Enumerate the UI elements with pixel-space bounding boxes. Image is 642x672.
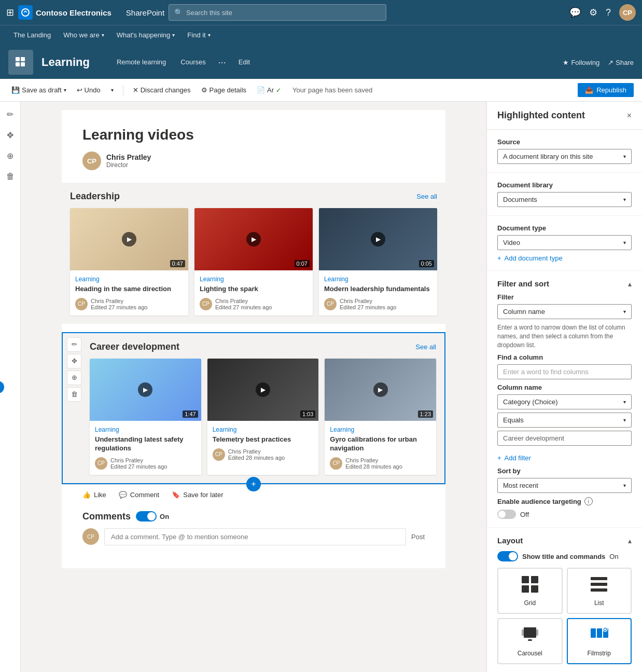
card-title[interactable]: Lighting the spark: [200, 285, 308, 294]
filter-sort-toggle[interactable]: Filter and sort ▴: [497, 279, 632, 288]
page-nav-remote-learning[interactable]: Remote learning: [110, 46, 172, 79]
save-later-button[interactable]: 🔖 Save for later: [172, 491, 223, 499]
comment-button[interactable]: 💬 Comment: [119, 491, 159, 499]
copy-section-icon[interactable]: ⊕: [67, 371, 81, 385]
source-dropdown[interactable]: A document library on this site ▾: [497, 149, 632, 164]
sidebar-copy-icon[interactable]: ⊕: [2, 147, 19, 164]
info-icon[interactable]: i: [584, 497, 593, 505]
undo-button[interactable]: ↩ Undo: [74, 82, 104, 99]
card-title[interactable]: Modern leadership fundamentals: [324, 285, 432, 294]
svg-rect-9: [591, 577, 607, 580]
share-button[interactable]: ↗ Share: [608, 59, 634, 66]
page-nav-edit[interactable]: Edit: [232, 46, 256, 79]
republish-icon: 📤: [585, 86, 593, 94]
page-nav-courses[interactable]: Courses: [174, 46, 212, 79]
panel-title: Highlighted content: [497, 110, 585, 121]
layout-option-list[interactable]: List: [567, 568, 632, 614]
subnav-whats-happening[interactable]: What's happening ▾: [111, 25, 180, 46]
layout-option-grid[interactable]: Grid: [497, 568, 563, 614]
play-button[interactable]: ▶: [122, 232, 136, 246]
card-author: Chris Pratley: [340, 298, 396, 304]
ar-button[interactable]: 📄 Ar ✓: [254, 82, 284, 99]
see-all-link[interactable]: See all: [415, 343, 436, 351]
play-button[interactable]: ▶: [373, 382, 388, 397]
play-button[interactable]: ▶: [246, 232, 261, 246]
sidebar-delete-icon[interactable]: 🗑: [2, 168, 19, 185]
like-button[interactable]: 👍 Like: [82, 491, 106, 499]
toggle-track[interactable]: [136, 511, 157, 522]
add-section-button[interactable]: +: [246, 477, 261, 491]
sidebar-move-icon[interactable]: ✥: [2, 127, 19, 143]
grid-layout-icon: [521, 575, 539, 597]
filter-value-input[interactable]: [497, 431, 632, 446]
document-type-dropdown[interactable]: Video ▾: [497, 235, 632, 250]
cards-row: ▶ 1:47 Learning Understanding latest saf…: [90, 359, 436, 475]
add-document-type-button[interactable]: + Add document type: [497, 254, 632, 262]
play-button[interactable]: ▶: [371, 232, 385, 246]
following-button[interactable]: ★ Following: [563, 59, 599, 66]
section-title: Leadership: [70, 191, 120, 202]
card-title[interactable]: Telemetry best practices: [213, 435, 314, 444]
section-title: Career development: [90, 341, 179, 352]
chevron-down-icon: ▾: [172, 32, 175, 38]
post-button[interactable]: Post: [411, 533, 425, 541]
close-button[interactable]: ×: [627, 111, 632, 120]
comment-input-area: CP Post: [82, 528, 425, 545]
document-library-dropdown[interactable]: Documents ▾: [497, 192, 632, 207]
find-column-input[interactable]: [497, 364, 632, 379]
card-meta-info: Chris Pratley Edited 27 minutes ago: [110, 457, 167, 470]
filter-dropdown[interactable]: Column name ▾: [497, 304, 632, 319]
filter-sort-title: Filter and sort: [497, 279, 549, 288]
chevron-up-icon: ▴: [628, 537, 632, 545]
republish-button[interactable]: 📤 Republish: [578, 83, 634, 97]
subnav-landing[interactable]: The Landing: [8, 25, 56, 46]
column-name-dropdown[interactable]: Category (Choice) ▾: [497, 394, 632, 409]
card-title[interactable]: Heading in the same direction: [75, 285, 183, 294]
help-icon[interactable]: ?: [606, 7, 611, 18]
page-nav-more[interactable]: ···: [214, 46, 230, 79]
panel-header: Highlighted content ×: [487, 102, 642, 130]
layout-option-filmstrip[interactable]: Filmstrip: [567, 618, 632, 664]
svg-rect-10: [591, 583, 607, 586]
chevron-down-icon: ▾: [623, 154, 626, 159]
card-thumbnail: ▶ 0:07: [194, 208, 313, 270]
comments-toggle[interactable]: On: [136, 511, 169, 522]
article-title: Learning videos: [82, 127, 425, 143]
sidebar-edit-icon[interactable]: ✏: [2, 106, 19, 122]
delete-section-icon[interactable]: 🗑: [67, 387, 81, 402]
search-box[interactable]: 🔍: [169, 4, 386, 21]
show-title-toggle[interactable]: [497, 551, 518, 561]
save-draft-button[interactable]: 💾 Save as draft ▾: [8, 82, 69, 99]
layout-toggle[interactable]: Layout ▴: [497, 536, 632, 545]
discard-button[interactable]: ✕ Discard changes: [130, 82, 194, 99]
page-details-button[interactable]: ⚙ Page details: [198, 82, 250, 99]
subnav-find-it[interactable]: Find it ▾: [182, 25, 215, 46]
audience-toggle[interactable]: [497, 510, 516, 519]
see-all-link[interactable]: See all: [416, 193, 437, 200]
settings-icon[interactable]: ⚙: [589, 7, 597, 18]
waffle-icon[interactable]: ⊞: [6, 7, 14, 18]
edit-section-icon[interactable]: ✏: [67, 337, 81, 352]
sub-nav: The Landing Who we are ▾ What's happenin…: [0, 25, 642, 46]
subnav-who-we-are[interactable]: Who we are ▾: [58, 25, 109, 46]
author-details: Chris Pratley Director: [106, 153, 151, 169]
save-icon: 💾: [11, 86, 20, 94]
play-button[interactable]: ▶: [138, 382, 152, 397]
left-add-section-button[interactable]: +: [0, 381, 4, 393]
card-meta-info: Chris Pratley Edited 28 minutes ago: [345, 457, 402, 470]
play-button[interactable]: ▶: [256, 382, 270, 397]
chat-icon[interactable]: 💬: [569, 7, 581, 18]
layout-option-carousel[interactable]: Carousel: [497, 618, 563, 664]
search-input[interactable]: [186, 9, 381, 17]
comment-input[interactable]: [104, 528, 406, 545]
move-section-icon[interactable]: ✥: [67, 354, 81, 368]
card-title[interactable]: Gyro calibrations for urban navigation: [330, 435, 431, 453]
sort-by-dropdown[interactable]: Most recent ▾: [497, 478, 632, 493]
equals-dropdown[interactable]: Equals ▾: [497, 413, 632, 428]
card-duration: 1:03: [300, 410, 315, 418]
card-title[interactable]: Understanding latest safety regulations: [95, 435, 196, 453]
user-avatar[interactable]: CP: [619, 4, 636, 21]
svg-rect-3: [16, 62, 20, 66]
undo-chevron[interactable]: ▾: [108, 82, 117, 99]
add-filter-button[interactable]: + Add filter: [497, 454, 632, 462]
